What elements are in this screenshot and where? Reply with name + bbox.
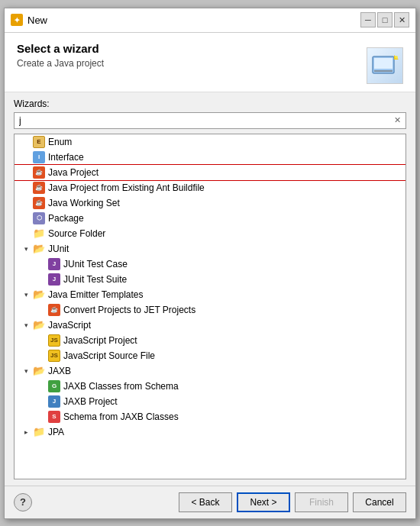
tree-item-label: JUnit (48, 244, 69, 254)
tree-item-java-project[interactable]: ☕Java Project (15, 165, 405, 180)
tree-item-junit[interactable]: ▾📂JUnit (15, 241, 405, 257)
tree-item-junit-test-suite[interactable]: JJUnit Test Suite (15, 272, 405, 287)
search-input[interactable] (15, 113, 389, 128)
tree-item-label: JavaScript (48, 320, 91, 331)
tree-item-junit-test-case[interactable]: JJUnit Test Case (15, 257, 405, 272)
tree-item-label: JAXB (48, 366, 71, 376)
title-bar-buttons: ─ □ ✕ (360, 12, 409, 27)
tree-item-source-folder[interactable]: 📁Source Folder (15, 226, 405, 241)
next-button[interactable]: Next > (237, 492, 290, 512)
dialog-title: New (27, 15, 47, 26)
tree-item-javascript[interactable]: ▾📂JavaScript (15, 318, 405, 333)
tree-item-label: JUnit Test Case (63, 259, 128, 269)
svg-rect-2 (374, 70, 393, 72)
tree-item-convert-jet[interactable]: ☕Convert Projects to JET Projects (15, 302, 405, 318)
tree-item-javascript-project[interactable]: JSJavaScript Project (15, 333, 405, 348)
title-bar-left: ✦ New (11, 14, 47, 26)
finish-button[interactable]: Finish (295, 492, 348, 512)
tree-item-label: JAXB Project (63, 396, 118, 407)
tree-item-interface[interactable]: IInterface (15, 150, 405, 165)
new-wizard-dialog: ✦ New ─ □ ✕ Select a wizard Create a Jav… (4, 8, 416, 519)
tree-item-label: Enum (48, 137, 72, 147)
title-bar: ✦ New ─ □ ✕ (5, 8, 415, 33)
tree-item-enum[interactable]: EEnum (15, 134, 405, 150)
tree-item-schema-jaxb[interactable]: SSchema from JAXB Classes (15, 409, 405, 424)
wizard-graphic (367, 47, 403, 84)
wizards-label: Wizards: (14, 98, 406, 109)
tree-item-label: JavaScript Project (63, 335, 137, 346)
back-button[interactable]: < Back (179, 492, 232, 512)
tree-item-jpa[interactable]: ▸📁JPA (15, 424, 405, 440)
tree-item-jaxb-project[interactable]: JJAXB Project (15, 394, 405, 409)
tree-item-label: Package (48, 213, 84, 224)
cancel-button[interactable]: Cancel (353, 492, 406, 512)
header-section: Select a wizard Create a Java project (5, 33, 415, 92)
wizard-tree[interactable]: EEnumIInterface☕Java Project☕Java Projec… (14, 134, 406, 479)
tree-item-javascript-source[interactable]: JSJavaScript Source File (15, 348, 405, 363)
tree-item-java-project-ant[interactable]: ☕Java Project from Existing Ant Buildfil… (15, 180, 405, 195)
tree-item-label: Java Emitter Templates (48, 289, 144, 300)
search-row: ✕ (14, 112, 406, 129)
search-clear-icon[interactable]: ✕ (389, 114, 405, 127)
tree-item-label: Convert Projects to JET Projects (63, 305, 195, 315)
tree-item-java-emitter[interactable]: ▾📂Java Emitter Templates (15, 287, 405, 302)
button-row: ? < Back Next > Finish Cancel (14, 492, 406, 512)
svg-rect-1 (374, 58, 393, 69)
maximize-button[interactable]: □ (377, 12, 393, 27)
header-subtitle: Create a Java project (17, 58, 403, 69)
svg-point-4 (395, 56, 398, 59)
tree-item-label: Source Folder (48, 228, 105, 239)
tree-item-label: Schema from JAXB Classes (63, 411, 179, 422)
tree-item-label: JAXB Classes from Schema (63, 381, 179, 392)
close-button[interactable]: ✕ (394, 12, 409, 27)
tree-item-package[interactable]: ⬡Package (15, 211, 405, 226)
content-section: Wizards: ✕ EEnumIInterface☕Java Project☕… (5, 92, 415, 486)
header-title: Select a wizard (17, 42, 403, 55)
tree-item-label: JUnit Test Suite (63, 274, 127, 285)
tree-item-java-working-set[interactable]: ☕Java Working Set (15, 195, 405, 211)
tree-item-jaxb-classes[interactable]: GJAXB Classes from Schema (15, 379, 405, 394)
tree-item-label: Java Project (48, 167, 99, 178)
header-icon-area (367, 47, 403, 84)
tree-item-label: JPA (48, 427, 64, 437)
tree-item-label: Java Project from Existing Ant Buildfile (48, 182, 205, 193)
tree-item-label: Java Working Set (48, 198, 120, 208)
dialog-icon: ✦ (11, 14, 23, 26)
tree-item-label: Interface (48, 152, 84, 163)
tree-item-jaxb[interactable]: ▾📂JAXB (15, 363, 405, 379)
help-button[interactable]: ? (14, 493, 32, 511)
minimize-button[interactable]: ─ (360, 12, 376, 27)
bottom-section: ? < Back Next > Finish Cancel (5, 486, 415, 518)
tree-item-label: JavaScript Source File (63, 350, 155, 361)
